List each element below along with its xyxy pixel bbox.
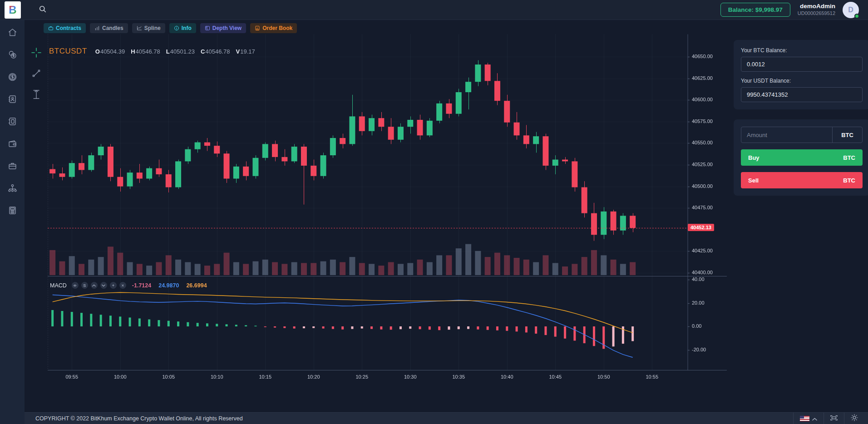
dollar-coin-icon <box>8 72 17 84</box>
fullscreen-icon <box>830 414 838 423</box>
sidebar <box>0 20 25 424</box>
username: demoAdmin <box>798 3 835 10</box>
chart-section: ContractsCandlesSplineInfoDepth ViewOrde… <box>25 20 734 412</box>
sidebar-item-briefcase[interactable] <box>7 162 17 172</box>
chart-tabs: ContractsCandlesSplineInfoDepth ViewOrde… <box>44 23 297 33</box>
briefcase-icon <box>8 161 17 173</box>
buy-unit: BTC <box>843 154 855 161</box>
buy-label: Buy <box>748 154 760 161</box>
copyright-text: COPYRIGHT © 2022 BitKhum Exchange Crypto… <box>35 415 243 422</box>
eye-icon[interactable] <box>72 282 79 289</box>
footer: COPYRIGHT © 2022 BitKhum Exchange Crypto… <box>25 412 868 424</box>
macd-value-1: 24.9870 <box>158 282 179 289</box>
price-chart-canvas[interactable] <box>48 34 727 384</box>
sidebar-item-dollar-coin[interactable] <box>7 73 17 83</box>
sidebar-item-wallet[interactable] <box>7 139 17 149</box>
wallet-icon <box>8 139 17 150</box>
crosshair-tool[interactable] <box>31 48 41 58</box>
amount-unit: BTC <box>832 127 862 143</box>
tab-info[interactable]: Info <box>169 23 196 33</box>
tab-candles[interactable]: Candles <box>90 23 128 33</box>
app-logo[interactable]: B <box>5 1 21 19</box>
tab-depth-view[interactable]: Depth View <box>200 23 246 33</box>
trade-panel: Your BTC Balance: Your USDT Balance: BTC <box>734 20 868 412</box>
sell-unit: BTC <box>843 177 855 184</box>
plus-icon[interactable]: + <box>110 282 117 289</box>
macd-values: -1.712424.987026.6994 <box>129 282 207 289</box>
chevron-up-icon <box>812 414 817 423</box>
footer-icons <box>793 413 864 424</box>
ohlc-v: V19.17 <box>236 48 255 55</box>
tab-spline[interactable]: Spline <box>132 23 165 33</box>
sidebar-item-address-book[interactable] <box>7 95 17 105</box>
search-icon <box>38 5 47 15</box>
symbol-header: BTCUSDT O40504.39H40546.78L40501.23C4054… <box>49 47 255 56</box>
sell-button[interactable]: Sell BTC <box>741 172 863 188</box>
btc-balance-label: Your BTC Balance: <box>741 47 863 54</box>
sell-label: Sell <box>748 177 759 184</box>
topbar: B Balance: $9,998.97 demoAdmin UD0000265… <box>0 0 868 20</box>
coins-icon <box>8 50 17 61</box>
btc-balance-field[interactable] <box>741 57 863 72</box>
user-block: demoAdmin UD00002659512 <box>798 3 835 17</box>
tab-label: Contracts <box>56 25 81 31</box>
balances-card: Your BTC Balance: Your USDT Balance: <box>734 40 868 109</box>
order-card: BTC Buy BTC Sell BTC <box>734 119 868 196</box>
drawing-tools <box>27 48 45 99</box>
briefcase-icon <box>48 25 54 31</box>
fullscreen-button[interactable] <box>824 413 844 424</box>
chevron-up-icon[interactable] <box>91 282 98 289</box>
balance-badge[interactable]: Balance: $9,998.97 <box>720 3 790 17</box>
address-book-icon <box>8 94 17 106</box>
macd-value-0: -1.7124 <box>132 282 151 289</box>
chevron-down-icon[interactable] <box>100 282 107 289</box>
macd-buttons: S+× <box>72 282 126 289</box>
sidebar-item-coins[interactable] <box>7 50 17 60</box>
usdt-balance-field[interactable] <box>741 87 863 102</box>
amount-row: BTC <box>741 127 863 143</box>
settings-s-icon[interactable]: S <box>81 282 88 289</box>
ohlc-c: C40546.78 <box>201 48 230 55</box>
tab-label: Info <box>182 25 192 31</box>
bar-chart-icon <box>94 25 100 31</box>
tab-contracts[interactable]: Contracts <box>44 23 86 33</box>
trend-line-tool[interactable] <box>31 69 41 79</box>
text-tool[interactable] <box>31 89 41 99</box>
macd-header: MACD S+× -1.712424.987026.6994 <box>50 282 207 289</box>
tab-label: Depth View <box>212 25 242 31</box>
user-id: UD00002659512 <box>798 10 835 17</box>
tab-order-book[interactable]: Order Book <box>250 23 297 33</box>
depth-icon <box>205 25 210 31</box>
sitemap-icon <box>8 183 17 195</box>
theme-toggle[interactable] <box>844 413 864 424</box>
tab-label: Order Book <box>262 25 292 31</box>
calculator-icon <box>8 206 17 217</box>
line-chart-icon <box>137 25 142 31</box>
search-button[interactable] <box>38 5 47 15</box>
buy-button[interactable]: Buy BTC <box>741 149 863 166</box>
sidebar-item-home[interactable] <box>7 28 17 38</box>
home-icon <box>8 28 17 39</box>
sun-icon <box>851 414 858 423</box>
usdt-balance-label: Your USDT Balance: <box>741 78 863 84</box>
logo-letter: B <box>9 4 16 16</box>
sidebar-item-sitemap[interactable] <box>7 184 17 194</box>
current-price-tag: 40452.13 <box>688 224 714 231</box>
language-selector[interactable] <box>794 413 824 424</box>
amount-input[interactable] <box>741 127 832 143</box>
info-icon <box>174 25 179 31</box>
us-flag-icon <box>800 416 809 421</box>
symbol-name: BTCUSDT <box>49 47 87 56</box>
tab-label: Spline <box>144 25 161 31</box>
ohlc-h: H40546.78 <box>131 48 160 55</box>
ohlcv-values: O40504.39H40546.78L40501.23C40546.78V19.… <box>95 48 255 55</box>
close-icon[interactable]: × <box>119 282 126 289</box>
chart-box: BTCUSDT O40504.39H40546.78L40501.23C4054… <box>27 34 730 389</box>
sidebar-item-calculator[interactable] <box>7 206 17 216</box>
tab-label: Candles <box>102 25 123 31</box>
order-book-icon <box>255 25 260 31</box>
macd-value-2: 26.6994 <box>186 282 207 289</box>
ohlc-l: L40501.23 <box>166 48 195 55</box>
online-status-dot <box>854 14 859 19</box>
sidebar-item-journal[interactable] <box>7 117 17 127</box>
